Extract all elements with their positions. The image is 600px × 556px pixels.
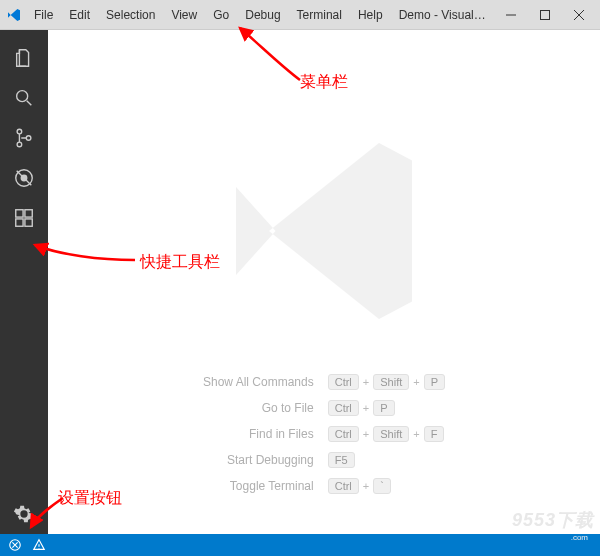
- shortcut-keys: Ctrl+ `: [328, 478, 445, 494]
- menu-go[interactable]: Go: [205, 4, 237, 26]
- svg-rect-10: [25, 219, 32, 226]
- key: Ctrl: [328, 374, 359, 390]
- activity-bar: [0, 30, 48, 534]
- svg-point-1: [17, 91, 28, 102]
- window-title: Demo - Visual Studio C...: [391, 8, 494, 22]
- menu-selection[interactable]: Selection: [98, 4, 163, 26]
- svg-rect-0: [541, 10, 550, 19]
- main-area: Show All Commands Ctrl+ Shift+ P Go to F…: [0, 30, 600, 534]
- maximize-button[interactable]: [528, 1, 562, 29]
- menu-view[interactable]: View: [163, 4, 205, 26]
- site-watermark-sub: .com: [571, 533, 588, 542]
- key: F: [424, 426, 445, 442]
- activity-extensions[interactable]: [0, 198, 48, 238]
- shortcut-label: Toggle Terminal: [203, 479, 314, 493]
- key: Ctrl: [328, 478, 359, 494]
- minimize-button[interactable]: [494, 1, 528, 29]
- vscode-logo-watermark: [214, 121, 434, 344]
- key: Shift: [373, 426, 409, 442]
- welcome-shortcuts: Show All Commands Ctrl+ Shift+ P Go to F…: [203, 374, 445, 494]
- menu-edit[interactable]: Edit: [61, 4, 98, 26]
- svg-rect-9: [16, 219, 23, 226]
- shortcut-keys: Ctrl+ P: [328, 400, 445, 416]
- shortcut-label: Start Debugging: [203, 453, 314, 467]
- key: F5: [328, 452, 355, 468]
- menu-debug[interactable]: Debug: [237, 4, 288, 26]
- svg-point-2: [17, 129, 22, 134]
- shortcut-keys: Ctrl+ Shift+ F: [328, 426, 445, 442]
- svg-point-3: [17, 142, 22, 147]
- status-warnings[interactable]: [32, 538, 46, 552]
- shortcut-label: Show All Commands: [203, 375, 314, 389]
- key: Ctrl: [328, 400, 359, 416]
- window-controls: [494, 1, 596, 29]
- activity-source-control[interactable]: [0, 118, 48, 158]
- activity-debug[interactable]: [0, 158, 48, 198]
- svg-point-6: [21, 175, 27, 181]
- menu-help[interactable]: Help: [350, 4, 391, 26]
- menu-terminal[interactable]: Terminal: [289, 4, 350, 26]
- shortcut-keys: Ctrl+ Shift+ P: [328, 374, 445, 390]
- site-watermark: 9553下载: [512, 508, 594, 532]
- svg-rect-7: [16, 210, 23, 217]
- activity-search[interactable]: [0, 78, 48, 118]
- shortcut-label: Go to File: [203, 401, 314, 415]
- close-button[interactable]: [562, 1, 596, 29]
- svg-point-4: [26, 136, 31, 141]
- key: Shift: [373, 374, 409, 390]
- menu-file[interactable]: File: [26, 4, 61, 26]
- vscode-icon: [6, 7, 22, 23]
- status-bar: [0, 534, 600, 556]
- activity-explorer[interactable]: [0, 38, 48, 78]
- key: P: [424, 374, 445, 390]
- shortcut-label: Find in Files: [203, 427, 314, 441]
- svg-rect-8: [25, 210, 32, 217]
- menu-bar: File Edit Selection View Go Debug Termin…: [26, 4, 391, 26]
- editor-area: Show All Commands Ctrl+ Shift+ P Go to F…: [48, 30, 600, 534]
- key: Ctrl: [328, 426, 359, 442]
- shortcut-keys: F5: [328, 452, 445, 468]
- key: `: [373, 478, 391, 494]
- activity-settings[interactable]: [0, 494, 48, 534]
- key: P: [373, 400, 394, 416]
- status-errors[interactable]: [8, 538, 22, 552]
- titlebar: File Edit Selection View Go Debug Termin…: [0, 0, 600, 30]
